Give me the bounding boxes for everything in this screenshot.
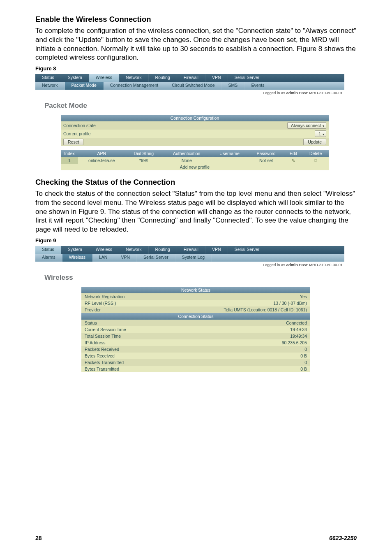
- nav-routing[interactable]: Routing: [149, 74, 177, 82]
- nav-firewall[interactable]: Firewall: [177, 246, 205, 254]
- nav-system[interactable]: System: [61, 74, 89, 82]
- nav-serialserver[interactable]: Serial Server: [228, 246, 267, 254]
- tot-sess-label: Total Session Time: [81, 333, 161, 339]
- figure-9-screenshot: Status System Wireless Network Routing F…: [35, 246, 344, 372]
- section-para-1: To complete the configuration of the wir…: [35, 26, 357, 62]
- trash-icon: [313, 158, 318, 163]
- conn-state-dropdown[interactable]: Always connect▾: [287, 122, 326, 129]
- cell-delete[interactable]: [302, 157, 329, 164]
- cell-user: [211, 157, 248, 164]
- col-index: Index: [61, 150, 78, 157]
- pencil-icon: [291, 158, 296, 163]
- rf-label: RF Level (RSSI): [81, 300, 161, 306]
- nav-primary: Status System Wireless Network Routing F…: [35, 246, 344, 254]
- status-value: Connected: [161, 320, 310, 326]
- nav-secondary: Alarms Wireless LAN VPN Serial Server Sy…: [35, 254, 344, 262]
- subnav-lan[interactable]: LAN: [92, 254, 114, 262]
- nav-wireless[interactable]: Wireless: [89, 246, 119, 254]
- wireless-status-panel: Network Status Network Registration Yes …: [81, 287, 310, 372]
- prx-label: Packets Received: [81, 346, 161, 353]
- figure-label-8: Figure 8: [35, 65, 357, 72]
- btx-value: 0 B: [161, 366, 310, 372]
- cell-auth: None: [162, 157, 211, 164]
- nav-serialserver[interactable]: Serial Server: [228, 74, 267, 82]
- provider-value: Telia UMTS (Location: 0018 / Cell ID: 10…: [161, 306, 310, 313]
- ip-label: IP Address: [81, 339, 161, 346]
- connection-config-panel: Connection Configuration Connection stat…: [61, 115, 329, 146]
- net-reg-label: Network Registration: [81, 293, 161, 300]
- subnav-vpn[interactable]: VPN: [114, 254, 137, 262]
- chevron-down-icon: ▾: [321, 132, 324, 136]
- col-apn: APN: [78, 150, 125, 157]
- chevron-down-icon: ▾: [321, 124, 324, 128]
- cur-sess-value: 19:49:34: [161, 326, 310, 333]
- nav-vpn[interactable]: VPN: [205, 74, 228, 82]
- login-suffix: Host: MRD-310-e0-00-01: [298, 262, 343, 267]
- tot-sess-value: 19:49:34: [161, 333, 310, 339]
- provider-label: Provider: [81, 306, 161, 313]
- nav-status[interactable]: Status: [35, 246, 61, 254]
- section-heading-1: Enable the Wireless Connection: [35, 15, 357, 24]
- rf-value: 13 / 30 (-87 dBm): [161, 300, 310, 306]
- login-status: Logged in as admin Host: MRD-310-e0-00-0…: [35, 90, 344, 96]
- nav-vpn[interactable]: VPN: [205, 246, 228, 254]
- nav-primary: Status System Wireless Network Routing F…: [35, 74, 344, 82]
- nav-wireless[interactable]: Wireless: [89, 74, 119, 82]
- conn-state-label: Connection state: [61, 121, 195, 130]
- section-heading-2: Checking the Status of the Connection: [35, 178, 357, 187]
- subnav-events[interactable]: Events: [244, 82, 271, 90]
- col-auth: Authentication: [162, 150, 211, 157]
- login-prefix: Logged in as: [263, 91, 286, 95]
- add-profile-button[interactable]: Add new profile: [180, 165, 210, 169]
- subnav-circuit[interactable]: Circuit Switched Mode: [165, 82, 221, 90]
- current-profile-label: Current profile: [61, 130, 195, 138]
- ptx-label: Packets Transmitted: [81, 359, 161, 366]
- col-edit: Edit: [284, 150, 302, 157]
- subnav-connmgmt[interactable]: Connection Management: [104, 82, 165, 90]
- subnav-systemlog[interactable]: System Log: [175, 254, 212, 262]
- cur-sess-label: Current Session Time: [81, 326, 161, 333]
- nav-firewall[interactable]: Firewall: [177, 74, 205, 82]
- login-suffix: Host: MRD-310-e0-00-01: [298, 91, 343, 95]
- cell-index: 1: [61, 157, 78, 164]
- col-delete: Delete: [302, 150, 329, 157]
- btx-label: Bytes Transmitted: [81, 366, 161, 372]
- ip-value: 90.235.6.205: [161, 339, 310, 346]
- reset-button[interactable]: Reset: [63, 139, 83, 145]
- col-dial: Dial String: [125, 150, 162, 157]
- subnav-wireless[interactable]: Wireless: [62, 254, 92, 262]
- conn-state-value: Always connect: [291, 123, 321, 128]
- subnav-alarms[interactable]: Alarms: [35, 254, 62, 262]
- nav-routing[interactable]: Routing: [149, 246, 177, 254]
- page-footer: 28 6623-2250: [35, 535, 357, 541]
- login-status: Logged in as admin Host: MRD-310-e0-00-0…: [35, 262, 344, 268]
- current-profile-dropdown[interactable]: 1▾: [315, 130, 326, 137]
- nav-secondary: Network Packet Mode Connection Managemen…: [35, 82, 344, 90]
- subnav-serial[interactable]: Serial Server: [137, 254, 175, 262]
- ptx-value: 0: [161, 359, 310, 366]
- nav-system[interactable]: System: [61, 246, 89, 254]
- page-number: 28: [35, 535, 42, 541]
- update-button[interactable]: Update: [303, 139, 326, 145]
- connection-status-header: Connection Status: [81, 313, 310, 320]
- login-user: admin: [286, 91, 298, 95]
- figure-label-9: Figure 9: [35, 237, 357, 244]
- brx-label: Bytes Received: [81, 353, 161, 359]
- col-pass: Password: [248, 150, 284, 157]
- col-user: Username: [211, 150, 248, 157]
- cell-pass: Not set: [248, 157, 284, 164]
- nav-status[interactable]: Status: [35, 74, 61, 82]
- subnav-sms[interactable]: SMS: [222, 82, 245, 90]
- subnav-network[interactable]: Network: [35, 82, 65, 90]
- profile-grid: Index APN Dial String Authentication Use…: [61, 150, 329, 170]
- cell-edit[interactable]: [284, 157, 302, 164]
- page-title: Wireless: [35, 268, 344, 287]
- figure-8-screenshot: Status System Wireless Network Routing F…: [35, 74, 344, 170]
- subnav-packetmode[interactable]: Packet Mode: [65, 82, 104, 90]
- page-title: Packet Mode: [35, 96, 344, 115]
- section-para-2: To check the status of the connection se…: [35, 189, 357, 234]
- login-prefix: Logged in as: [263, 262, 286, 267]
- nav-network[interactable]: Network: [119, 246, 149, 254]
- nav-network[interactable]: Network: [119, 74, 149, 82]
- brx-value: 0 B: [161, 353, 310, 359]
